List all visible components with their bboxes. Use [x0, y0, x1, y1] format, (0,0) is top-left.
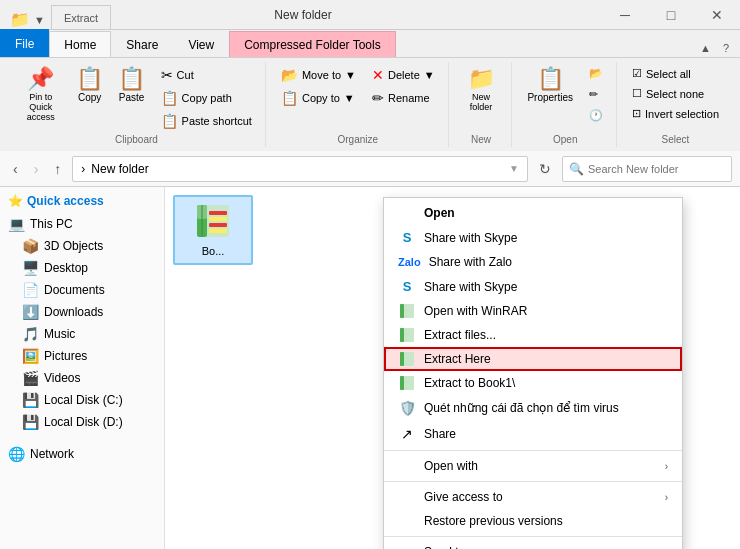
- back-button[interactable]: ‹: [8, 158, 23, 180]
- file-item-winrar[interactable]: Bo...: [173, 195, 253, 265]
- tab-compressed[interactable]: Compressed Folder Tools: [229, 31, 396, 57]
- search-icon: 🔍: [569, 162, 584, 176]
- file-name: Bo...: [202, 245, 225, 257]
- ribbon-group-organize: 📂 Move to ▼ 📋 Copy to ▼ ✕ Delete ▼ ✏: [268, 62, 449, 147]
- paste-button[interactable]: 📋 Paste: [112, 64, 152, 107]
- quick-access-icon: ⭐: [8, 194, 23, 208]
- sidebar-item-downloads[interactable]: ⬇️ Downloads: [0, 301, 164, 323]
- select-all-button[interactable]: ☑ Select all: [625, 64, 726, 83]
- properties-icon: 📋: [537, 68, 564, 90]
- invert-selection-icon: ⊡: [632, 107, 641, 120]
- search-input[interactable]: [588, 163, 725, 175]
- tab-share[interactable]: Share: [111, 31, 173, 57]
- zalo-icon: Zalo: [398, 256, 421, 268]
- minimize-button[interactable]: ─: [602, 0, 648, 30]
- sidebar-item-localdisk-c[interactable]: 💾 Local Disk (C:): [0, 389, 164, 411]
- ctx-share-skype1[interactable]: S Share with Skype: [384, 225, 682, 250]
- localdisk-d-icon: 💾: [22, 414, 39, 430]
- thispc-icon: 💻: [8, 216, 25, 232]
- videos-icon: 🎬: [22, 370, 39, 386]
- extract-tab[interactable]: Extract: [51, 5, 111, 29]
- move-to-button[interactable]: 📂 Move to ▼: [274, 64, 363, 86]
- sidebar-item-thispc[interactable]: 💻 This PC: [0, 213, 164, 235]
- new-folder-icon: 📁: [468, 68, 495, 90]
- ctx-send-to[interactable]: Send to ›: [384, 540, 682, 549]
- paste-icon: 📋: [118, 68, 145, 90]
- tab-home[interactable]: Home: [49, 31, 111, 57]
- winrar-icon: [398, 304, 416, 318]
- title-bar: 📁 ▼ Extract New folder ─ □ ✕: [0, 0, 740, 30]
- edit-icon-btn[interactable]: ✏: [582, 85, 610, 104]
- select-all-icon: ☑: [632, 67, 642, 80]
- title-tabs: 📁 ▼ Extract: [0, 0, 258, 29]
- ctx-extract-files[interactable]: Extract files...: [384, 323, 682, 347]
- ctx-share[interactable]: ↗ Share: [384, 421, 682, 447]
- sidebar-item-network[interactable]: 🌐 Network: [0, 443, 164, 465]
- history-icon-btn[interactable]: 🕐: [582, 106, 610, 125]
- ctx-separator-3: [384, 536, 682, 537]
- copy-to-button[interactable]: 📋 Copy to ▼: [274, 87, 363, 109]
- sidebar-item-pictures[interactable]: 🖼️ Pictures: [0, 345, 164, 367]
- ribbon-collapse-button[interactable]: ▲: [695, 39, 716, 57]
- network-icon: 🌐: [8, 446, 25, 462]
- copy-to-icon: 📋: [281, 90, 298, 106]
- rename-icon: ✏: [372, 90, 384, 106]
- close-button[interactable]: ✕: [694, 0, 740, 30]
- ctx-give-access[interactable]: Give access to ›: [384, 485, 682, 509]
- copy-path-button[interactable]: 📋 Copy path: [154, 87, 259, 109]
- properties-button[interactable]: 📋 Properties: [520, 64, 580, 107]
- open-icon-btn[interactable]: 📂: [582, 64, 610, 83]
- sidebar-item-videos[interactable]: 🎬 Videos: [0, 367, 164, 389]
- ctx-separator-2: [384, 481, 682, 482]
- tab-file[interactable]: File: [0, 29, 49, 57]
- sidebar: ⭐ Quick access 💻 This PC 📦 3D Objects 🖥️…: [0, 187, 165, 549]
- sidebar-item-documents[interactable]: 📄 Documents: [0, 279, 164, 301]
- tab-view[interactable]: View: [173, 31, 229, 57]
- address-path[interactable]: › New folder ▼: [72, 156, 528, 182]
- svg-rect-7: [209, 229, 227, 233]
- ctx-scan-virus[interactable]: 🛡️ Quét những cái đã chọn để tìm virus: [384, 395, 682, 421]
- ctx-restore-versions[interactable]: Restore previous versions: [384, 509, 682, 533]
- edit-icon: ✏: [589, 88, 598, 101]
- copy-path-icon: 📋: [161, 90, 178, 106]
- delete-button[interactable]: ✕ Delete ▼: [365, 64, 442, 86]
- copy-icon: 📋: [76, 68, 103, 90]
- sidebar-section-pc: 💻 This PC 📦 3D Objects 🖥️ Desktop 📄 Docu…: [0, 211, 164, 435]
- ctx-open-with[interactable]: Open with ›: [384, 454, 682, 478]
- sidebar-item-localdisk-d[interactable]: 💾 Local Disk (D:): [0, 411, 164, 433]
- delete-icon: ✕: [372, 67, 384, 83]
- paste-shortcut-button[interactable]: 📋 Paste shortcut: [154, 110, 259, 132]
- forward-button[interactable]: ›: [29, 158, 44, 180]
- extract-here-icon: [398, 352, 416, 366]
- ctx-share-zalo[interactable]: Zalo Share with Zalo: [384, 250, 682, 274]
- sidebar-item-music[interactable]: 🎵 Music: [0, 323, 164, 345]
- new-folder-button[interactable]: 📁 New folder: [457, 64, 506, 116]
- maximize-button[interactable]: □: [648, 0, 694, 30]
- select-none-icon: ☐: [632, 87, 642, 100]
- desktop-icon: 🖥️: [22, 260, 39, 276]
- rename-button[interactable]: ✏ Rename: [365, 87, 442, 109]
- up-button[interactable]: ↑: [49, 158, 66, 180]
- sidebar-quick-access[interactable]: ⭐ Quick access: [0, 191, 164, 211]
- help-button[interactable]: ?: [718, 39, 734, 57]
- sidebar-item-desktop[interactable]: 🖥️ Desktop: [0, 257, 164, 279]
- svg-rect-9: [400, 304, 404, 318]
- select-none-button[interactable]: ☐ Select none: [625, 84, 726, 103]
- refresh-button[interactable]: ↻: [534, 158, 556, 180]
- ribbon-content: 📌 Pin to Quick access 📋 Copy 📋 Paste ✂ C…: [0, 58, 740, 151]
- invert-selection-button[interactable]: ⊡ Invert selection: [625, 104, 726, 123]
- svg-rect-6: [209, 223, 227, 227]
- sidebar-item-3dobjects[interactable]: 📦 3D Objects: [0, 235, 164, 257]
- localdisk-c-icon: 💾: [22, 392, 39, 408]
- ctx-share-skype2[interactable]: S Share with Skype: [384, 274, 682, 299]
- search-box[interactable]: 🔍: [562, 156, 732, 182]
- copy-button[interactable]: 📋 Copy: [70, 64, 110, 107]
- ribbon-group-select: ☑ Select all ☐ Select none ⊡ Invert sele…: [619, 62, 732, 147]
- give-access-arrow: ›: [665, 492, 668, 503]
- ctx-extract-here[interactable]: Extract Here: [384, 347, 682, 371]
- ctx-open[interactable]: Open: [384, 201, 682, 225]
- ctx-open-winrar[interactable]: Open with WinRAR: [384, 299, 682, 323]
- cut-button[interactable]: ✂ Cut: [154, 64, 259, 86]
- pin-quick-access-button[interactable]: 📌 Pin to Quick access: [14, 64, 68, 126]
- ctx-extract-to[interactable]: Extract to Book1\: [384, 371, 682, 395]
